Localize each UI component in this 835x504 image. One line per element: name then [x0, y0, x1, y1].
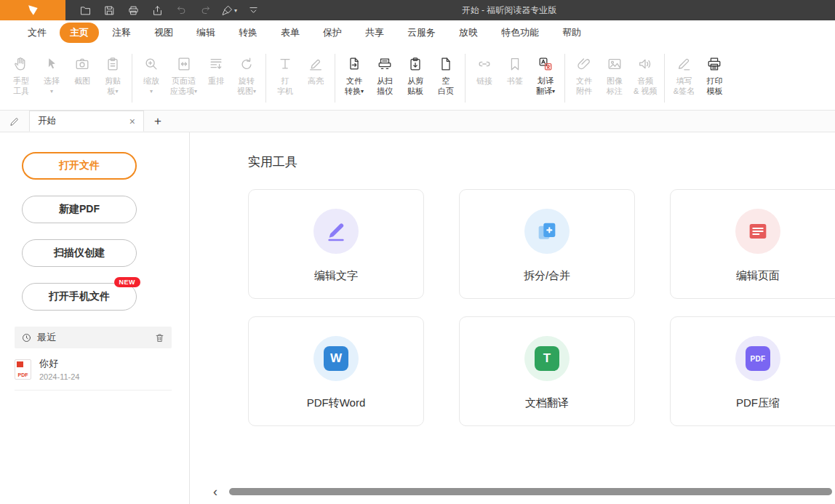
menu-tab-特色功能[interactable]: 特色功能	[491, 23, 549, 43]
ribbon-button-reflow: 重排	[201, 51, 231, 108]
new-tab-button[interactable]: +	[154, 114, 161, 129]
attachment-icon	[576, 56, 592, 72]
typewriter-icon	[277, 56, 293, 72]
clock-icon	[21, 332, 32, 343]
chevron-down-icon: ▾	[253, 88, 256, 95]
recent-header: 最近	[15, 327, 172, 348]
doc-tab-label: 开始	[38, 115, 56, 127]
clock-icon	[21, 332, 32, 343]
ribbon: 手型工具选择▾截图剪贴板▾缩放▾页面适应选项▾重排旋转视图▾打字机高亮文件转换▾…	[0, 45, 835, 111]
custom-icon	[247, 4, 260, 17]
pdf-file-icon: PDF	[15, 359, 31, 380]
content: 打开文件新建PDF扫描仪创建打开手机文件NEW 最近 PDF你好2024-11-…	[0, 132, 835, 504]
menu-tab-表单[interactable]: 表单	[271, 23, 310, 43]
tool-cards: 编辑文字拆分/合并编辑页面WPDF转WordT文档翻译PDFPDF压缩	[248, 189, 835, 426]
menu-tab-帮助[interactable]: 帮助	[552, 23, 591, 43]
document-tab-bar: 开始× +	[0, 111, 835, 132]
export-icon	[151, 4, 164, 17]
print-button[interactable]	[122, 1, 144, 19]
tool-card-label: PDF压缩	[736, 396, 780, 410]
menu-tab-转换[interactable]: 转换	[228, 23, 268, 43]
menu-tab-视图[interactable]: 视图	[144, 23, 183, 43]
sidebar-button-打开手机文件[interactable]: 打开手机文件NEW	[22, 283, 137, 311]
menu-tab-共享[interactable]: 共享	[355, 23, 394, 43]
tool-card-label: 编辑文字	[314, 269, 358, 283]
scanner-icon	[377, 56, 393, 72]
ribbon-button-hand: 手型工具	[6, 51, 36, 108]
tool-card-label: 编辑页面	[736, 269, 780, 283]
zoom-icon	[143, 56, 159, 72]
menu-tab-编辑[interactable]: 编辑	[186, 23, 225, 43]
tool-card-splitmerge[interactable]: 拆分/合并	[459, 189, 635, 299]
menu-tab-文件[interactable]: 文件	[17, 23, 57, 43]
ribbon-button-translate[interactable]: 划译翻译▾	[530, 51, 561, 108]
folder-icon	[79, 4, 92, 17]
menu-tab-注释[interactable]: 注释	[102, 23, 141, 43]
recent-file-date: 2024-11-24	[39, 372, 79, 381]
print-icon	[127, 4, 140, 17]
menu-tab-放映[interactable]: 放映	[449, 23, 488, 43]
sidebar: 打开文件新建PDF扫描仪创建打开手机文件NEW 最近 PDF你好2024-11-…	[0, 132, 190, 504]
menu-tab-云服务[interactable]: 云服务	[397, 23, 446, 43]
ribbon-button-fileconvert[interactable]: 文件转换▾	[339, 51, 369, 108]
app-logo[interactable]	[0, 0, 65, 20]
recent-title: 最近	[37, 331, 154, 344]
fileconvert-icon	[346, 56, 362, 72]
ribbon-button-blankpage[interactable]: 空白页	[431, 51, 461, 108]
menu-tab-保护[interactable]: 保护	[313, 23, 352, 43]
tool-card-label: 拆分/合并	[524, 269, 570, 283]
ribbon-button-scanner[interactable]: 从扫描仪	[369, 51, 400, 108]
open-file-button[interactable]	[74, 1, 96, 19]
edittext-icon	[324, 220, 348, 243]
ribbon-button-rotate: 旋转视图▾	[231, 51, 262, 108]
ribbon-button-printtemplate[interactable]: 打印模板	[699, 51, 730, 108]
recent-file-meta: 你好2024-11-24	[39, 357, 79, 381]
chevron-down-icon: ▾	[552, 88, 555, 95]
tool-card-edittext[interactable]: 编辑文字	[248, 189, 424, 299]
clear-recent-button[interactable]	[154, 332, 165, 343]
titlebar: ▾ 开始 - 福昕阅读器专业版	[0, 0, 835, 20]
tool-card-doctranslate[interactable]: T文档翻译	[459, 316, 635, 426]
customize-toolbar-button[interactable]	[242, 1, 264, 19]
doc-tab-开始[interactable]: 开始×	[29, 111, 144, 132]
imageannot-icon	[607, 56, 623, 72]
quick-tool-button[interactable]: ▾	[218, 1, 240, 19]
editpages-icon	[746, 220, 770, 243]
tool-card-pdftoword[interactable]: WPDF转Word	[248, 316, 424, 426]
scrollbar-thumb[interactable]	[229, 488, 832, 495]
save-button[interactable]	[98, 1, 120, 19]
bookmark-icon	[507, 56, 523, 72]
ribbon-group-separator	[265, 54, 266, 103]
fillsign-icon	[676, 56, 692, 72]
audiovideo-icon	[637, 56, 653, 72]
pagefit-icon	[176, 56, 192, 72]
chevron-down-icon: ▾	[361, 88, 364, 95]
ribbon-button-fillsign: 填写&签名	[668, 51, 699, 108]
blankpage-icon	[438, 56, 454, 72]
tool-icon-circle: T	[524, 336, 570, 381]
pdftoword-icon: W	[324, 346, 348, 371]
ribbon-button-highlighter: 高亮	[300, 51, 331, 108]
ribbon-button-fromclipboard[interactable]: 从剪贴板	[400, 51, 431, 108]
chevron-down-icon: ▾	[115, 88, 118, 95]
close-icon[interactable]: ×	[129, 116, 135, 127]
annotate-pencil-icon[interactable]	[0, 116, 29, 127]
scroll-left-arrow[interactable]: ‹	[213, 485, 225, 498]
chevron-down-icon: ▾	[50, 88, 53, 95]
tool-card-pdfcompress[interactable]: PDFPDF压缩	[670, 316, 835, 426]
chevron-down-icon: ▾	[150, 88, 153, 95]
share-export-button[interactable]	[146, 1, 168, 19]
doctranslate-icon: T	[535, 346, 559, 371]
tool-card-editpages[interactable]: 编辑页面	[670, 189, 835, 299]
tool-icon-circle	[735, 209, 780, 254]
sidebar-button-打开文件[interactable]: 打开文件	[22, 152, 137, 180]
new-badge: NEW	[114, 277, 141, 287]
ribbon-group-separator	[564, 54, 565, 103]
pdfcompress-icon: PDF	[746, 346, 770, 371]
recent-file-item[interactable]: PDF你好2024-11-24	[15, 357, 172, 391]
sidebar-button-扫描仪创建[interactable]: 扫描仪创建	[22, 239, 137, 267]
menu-tab-主页[interactable]: 主页	[60, 23, 99, 43]
save-icon	[103, 4, 116, 17]
ribbon-groups: 手型工具选择▾截图剪贴板▾缩放▾页面适应选项▾重排旋转视图▾打字机高亮文件转换▾…	[6, 51, 730, 108]
sidebar-button-新建PDF[interactable]: 新建PDF	[22, 196, 137, 223]
